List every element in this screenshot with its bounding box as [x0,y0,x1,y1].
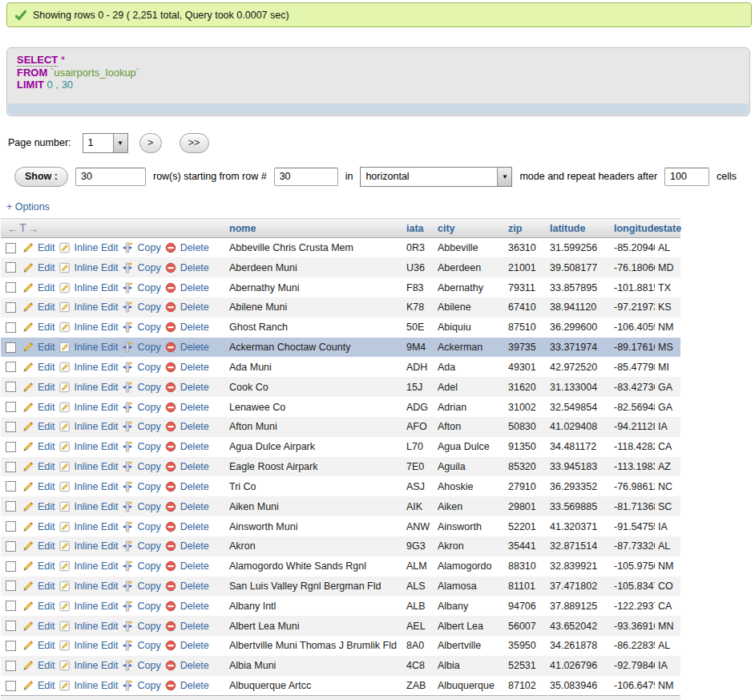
row-checkbox[interactable] [6,382,16,392]
row-checkbox[interactable] [6,262,16,273]
edit-link[interactable]: Edit [38,322,55,333]
inline-edit-link[interactable]: Inline Edit [75,501,119,512]
edit-link[interactable]: Edit [38,640,55,651]
delete-link[interactable]: Delete [180,301,209,313]
edit-link[interactable]: Edit [38,362,55,373]
delete-link[interactable]: Delete [180,461,209,472]
column-header-nome[interactable]: nome [226,219,403,238]
row-checkbox[interactable] [6,402,16,412]
inline-edit-link[interactable]: Inline Edit [75,581,119,592]
delete-link[interactable]: Delete [180,581,209,592]
delete-link[interactable]: Delete [180,501,209,512]
copy-link[interactable]: Copy [137,262,160,273]
repeat-headers-input[interactable] [664,168,709,186]
column-header-city[interactable]: city [434,219,505,238]
delete-link[interactable]: Delete [180,481,209,492]
copy-link[interactable]: Copy [137,301,160,313]
row-checkbox[interactable] [6,322,16,333]
inline-edit-link[interactable]: Inline Edit [75,640,119,651]
page-select[interactable]: 1 ▼ [83,133,128,153]
inline-edit-link[interactable]: Inline Edit [75,402,119,413]
column-header-longitude[interactable]: longitude [611,219,655,238]
copy-link[interactable]: Copy [137,282,160,293]
delete-link[interactable]: Delete [180,441,209,452]
delete-link[interactable]: Delete [180,660,209,671]
inline-edit-link[interactable]: Inline Edit [75,322,119,333]
row-checkbox[interactable] [6,601,16,611]
row-checkbox[interactable] [6,641,16,651]
delete-link[interactable]: Delete [180,540,209,552]
copy-link[interactable]: Copy [137,362,160,373]
copy-link[interactable]: Copy [137,501,160,512]
inline-edit-link[interactable]: Inline Edit [75,242,119,253]
edit-link[interactable]: Edit [38,621,55,632]
inline-edit-link[interactable]: Inline Edit [75,621,119,632]
edit-link[interactable]: Edit [38,382,55,393]
show-button[interactable]: Show : [14,167,68,187]
copy-link[interactable]: Copy [137,461,160,472]
copy-link[interactable]: Copy [137,421,160,432]
edit-link[interactable]: Edit [38,601,55,612]
inline-edit-link[interactable]: Inline Edit [75,441,119,452]
edit-link[interactable]: Edit [38,680,55,691]
column-header-latitude[interactable]: latitude [547,219,611,238]
delete-link[interactable]: Delete [180,680,209,691]
delete-link[interactable]: Delete [180,521,209,532]
edit-link[interactable]: Edit [38,581,55,592]
row-checkbox[interactable] [6,581,16,591]
copy-link[interactable]: Copy [137,581,160,592]
copy-link[interactable]: Copy [137,601,160,612]
inline-edit-link[interactable]: Inline Edit [75,540,119,552]
row-checkbox[interactable] [6,243,16,253]
edit-link[interactable]: Edit [38,342,55,353]
edit-link[interactable]: Edit [38,461,55,472]
transpose-icon[interactable]: ←T→ [4,222,38,235]
copy-link[interactable]: Copy [137,382,160,393]
rows-count-input[interactable] [75,168,146,186]
edit-link[interactable]: Edit [38,421,55,432]
row-checkbox[interactable] [6,501,16,512]
edit-link[interactable]: Edit [38,501,55,512]
delete-link[interactable]: Delete [180,640,209,651]
delete-link[interactable]: Delete [180,262,209,273]
copy-link[interactable]: Copy [137,402,160,413]
inline-edit-link[interactable]: Inline Edit [75,521,119,532]
copy-link[interactable]: Copy [137,342,160,353]
edit-link[interactable]: Edit [38,540,55,552]
inline-edit-link[interactable]: Inline Edit [75,301,119,313]
row-checkbox[interactable] [6,462,16,472]
row-checkbox[interactable] [6,442,16,452]
mode-select[interactable]: horizontal ▼ [360,167,512,187]
edit-link[interactable]: Edit [38,262,55,273]
copy-link[interactable]: Copy [137,322,160,333]
edit-link[interactable]: Edit [38,560,55,572]
delete-link[interactable]: Delete [180,382,209,393]
inline-edit-link[interactable]: Inline Edit [75,382,119,393]
delete-link[interactable]: Delete [180,242,209,253]
inline-edit-link[interactable]: Inline Edit [75,421,119,432]
copy-link[interactable]: Copy [137,540,160,552]
start-row-input[interactable] [274,168,338,186]
row-checkbox[interactable] [6,561,16,572]
copy-link[interactable]: Copy [137,242,160,253]
edit-link[interactable]: Edit [38,521,55,532]
edit-link[interactable]: Edit [38,481,55,492]
delete-link[interactable]: Delete [180,621,209,632]
copy-link[interactable]: Copy [137,441,160,452]
inline-edit-link[interactable]: Inline Edit [75,461,119,472]
inline-edit-link[interactable]: Inline Edit [75,601,119,612]
row-checkbox[interactable] [6,661,16,671]
row-checkbox[interactable] [6,521,16,532]
edit-link[interactable]: Edit [38,660,55,671]
row-checkbox[interactable] [6,681,16,691]
copy-link[interactable]: Copy [137,660,160,671]
row-checkbox[interactable] [6,282,16,293]
delete-link[interactable]: Delete [180,601,209,612]
row-checkbox[interactable] [6,362,16,372]
next-page-button[interactable]: > [139,133,162,153]
delete-link[interactable]: Delete [180,402,209,413]
column-header-state[interactable]: state [655,219,680,238]
row-checkbox[interactable] [6,342,16,353]
column-header-iata[interactable]: iata [403,219,434,238]
row-checkbox[interactable] [6,621,16,631]
